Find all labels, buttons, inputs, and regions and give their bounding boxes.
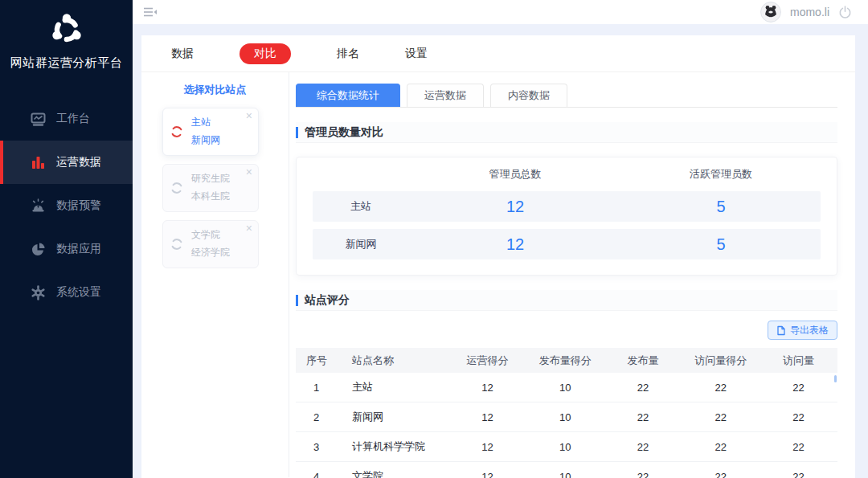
cell-visit-score: 22 (682, 441, 760, 453)
sidebar: 网站群运营分析平台 工作台 运营数据 (0, 0, 133, 478)
main-tab-bar: 数据 对比 排名 设置 (141, 35, 855, 72)
pair-site-b: 本科生院 (191, 190, 258, 203)
menu-fold-icon (143, 6, 158, 18)
bar-chart-icon (30, 154, 46, 170)
sidebar-item-label: 数据应用 (56, 242, 101, 256)
admin-row-total: 12 (409, 198, 621, 216)
app-title: 网站群运营分析平台 (0, 55, 133, 71)
export-button-label: 导出表格 (790, 324, 829, 337)
cell-visit-count: 22 (760, 382, 837, 394)
admin-col-total: 管理员总数 (409, 167, 621, 182)
cell-ops-score: 12 (448, 441, 526, 453)
sidebar-item-label: 系统设置 (56, 285, 101, 300)
sidebar-item-data-alert[interactable]: 数据预警 (0, 184, 133, 227)
cell-publish-count: 22 (604, 471, 682, 478)
cell-ops-score: 12 (448, 471, 526, 478)
cell-index: 2 (296, 411, 344, 423)
sidebar-item-settings[interactable]: 系统设置 (0, 271, 133, 314)
table-row: 2 新闻网 12 10 22 22 22 (296, 402, 837, 432)
cell-publish-score: 10 (526, 382, 604, 394)
pair-site-b: 新闻网 (191, 133, 258, 147)
subtab-overall-stats[interactable]: 综合数据统计 (296, 84, 400, 107)
sidebar-item-label: 运营数据 (56, 155, 101, 170)
compare-sync-icon (170, 238, 183, 253)
cell-publish-count: 22 (604, 411, 682, 423)
admin-row-total: 12 (409, 235, 621, 254)
logo-icon (47, 10, 86, 48)
table-row: 1 主站 12 10 22 22 22 (296, 373, 837, 402)
close-icon[interactable]: × (246, 110, 252, 121)
col-ops-score: 运营得分 (448, 353, 526, 368)
cell-publish-count: 22 (604, 382, 682, 394)
username[interactable]: momo.li (790, 6, 829, 18)
cell-index: 1 (296, 382, 344, 394)
export-file-icon (776, 325, 786, 336)
site-pair-card[interactable]: 文学院 经济学院 × (162, 220, 259, 268)
user-avatar[interactable] (760, 2, 781, 22)
section-accent-bar (296, 127, 298, 138)
main-content-card: 数据 对比 排名 设置 选择对比站点 主站 新闻网 × (141, 35, 855, 478)
site-pair-card[interactable]: 研究生院 本科生院 × (162, 164, 259, 212)
app-logo (0, 0, 133, 48)
section-title: 管理员数量对比 (305, 125, 383, 140)
export-table-button[interactable]: 导出表格 (768, 321, 837, 340)
score-table: 序号 站点名称 运营得分 发布量得分 发布量 访问量得分 访问量 1 主站 12… (296, 348, 837, 478)
tab-settings[interactable]: 设置 (405, 47, 428, 61)
admin-row-active: 5 (621, 235, 821, 254)
col-publish-count: 发布量 (604, 353, 682, 368)
cell-site-name: 新闻网 (344, 410, 448, 424)
score-toolbar: 导出表格 (296, 321, 837, 340)
gear-icon (30, 284, 46, 300)
tab-ranking[interactable]: 排名 (337, 47, 359, 61)
compare-sync-icon (170, 125, 183, 141)
pair-site-b: 经济学院 (191, 246, 258, 259)
admin-section-header: 管理员数量对比 (296, 122, 837, 143)
tab-data[interactable]: 数据 (171, 47, 194, 61)
col-site-name: 站点名称 (344, 353, 448, 368)
cell-site-name: 计算机科学学院 (344, 439, 448, 454)
sidebar-item-data-apps[interactable]: 数据应用 (0, 227, 133, 271)
site-pair-card[interactable]: 主站 新闻网 × (162, 108, 259, 156)
cell-publish-score: 10 (526, 411, 604, 423)
sidebar-collapse-button[interactable] (143, 6, 158, 18)
pie-chart-icon (30, 241, 46, 257)
cell-publish-count: 22 (604, 441, 682, 453)
cell-ops-score: 12 (448, 411, 526, 423)
admin-col-active: 活跃管理员数 (621, 167, 821, 182)
admin-table-row: 新闻网 12 5 (313, 229, 821, 259)
col-visit-count: 访问量 (760, 353, 837, 368)
col-index: 序号 (296, 353, 344, 368)
col-publish-score: 发布量得分 (526, 353, 604, 368)
table-scrollbar-thumb[interactable] (834, 375, 837, 382)
sidebar-item-workbench[interactable]: 工作台 (0, 97, 133, 141)
compare-panel-title: 选择对比站点 (141, 83, 289, 97)
workbench-icon (30, 111, 46, 127)
sidebar-item-operations-data[interactable]: 运营数据 (0, 141, 133, 184)
cell-site-name: 文学院 (344, 469, 448, 478)
sidebar-menu: 工作台 运营数据 (0, 97, 133, 314)
tab-compare[interactable]: 对比 (240, 43, 291, 64)
sidebar-item-label: 数据预警 (56, 198, 101, 213)
compare-sync-icon (170, 182, 183, 197)
cell-ops-score: 12 (448, 382, 526, 394)
score-section-header: 站点评分 (296, 290, 837, 311)
cell-site-name: 主站 (344, 380, 448, 394)
cell-publish-score: 10 (526, 471, 604, 478)
subtab-operations-data[interactable]: 运营数据 (407, 84, 484, 107)
sidebar-item-label: 工作台 (56, 112, 90, 126)
section-title: 站点评分 (305, 293, 350, 308)
cell-publish-score: 10 (526, 441, 604, 453)
cell-index: 3 (296, 441, 344, 453)
admin-table-header: 管理员总数 活跃管理员数 (313, 157, 821, 191)
topbar: momo.li (133, 0, 868, 24)
table-row: 4 文学院 12 10 22 22 22 (296, 462, 837, 478)
close-icon[interactable]: × (246, 166, 252, 178)
subtab-content-data[interactable]: 内容数据 (490, 84, 567, 107)
compare-content: 综合数据统计 运营数据 内容数据 管理员数量对比 管理员总数 活跃管理员数 主站… (289, 72, 855, 477)
cell-visit-score: 22 (682, 471, 760, 478)
logout-button[interactable] (838, 6, 852, 19)
admin-row-site: 新闻网 (313, 237, 409, 251)
col-visit-score: 访问量得分 (682, 353, 760, 368)
close-icon[interactable]: × (246, 223, 252, 234)
admin-compare-card: 管理员总数 活跃管理员数 主站 12 5 新闻网 12 5 (296, 157, 837, 276)
